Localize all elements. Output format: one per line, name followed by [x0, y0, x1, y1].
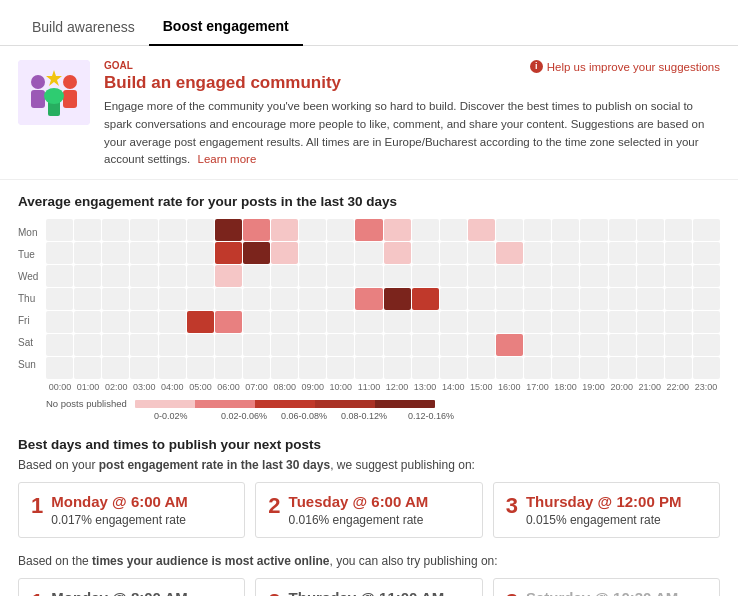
- heatmap-cell: [468, 311, 495, 333]
- day-wed: Wed: [18, 265, 46, 287]
- heatmap-cell: [384, 242, 411, 264]
- card-num-3: 3: [506, 493, 518, 519]
- heatmap-cell: [271, 219, 298, 241]
- heatmap-cell: [496, 265, 523, 287]
- tab-boost-engagement[interactable]: Boost engagement: [149, 10, 303, 46]
- heatmap-cell: [159, 219, 186, 241]
- learn-more-link[interactable]: Learn more: [198, 153, 257, 165]
- heatmap-cell: [496, 357, 523, 379]
- heatmap-cell: [102, 265, 129, 287]
- heatmap-cell: [46, 288, 73, 310]
- engagement-card-3: 3 Thursday @ 12:00 PM 0.015% engagement …: [493, 482, 720, 538]
- heatmap-cell: [243, 242, 270, 264]
- heatmap-cell: [159, 334, 186, 356]
- heatmap-cell: [524, 311, 551, 333]
- heatmap-cell: [355, 265, 382, 287]
- heatmap-cell: [130, 357, 157, 379]
- heatmap-cell: [693, 357, 720, 379]
- heatmap-cell: [243, 219, 270, 241]
- audience-time-1: Monday @ 8:00 AM: [51, 589, 188, 596]
- heatmap-cell: [271, 311, 298, 333]
- heatmap-cell: [440, 288, 467, 310]
- heatmap-cell: [580, 334, 607, 356]
- heatmap-cell: [693, 265, 720, 287]
- card-rate-3: 0.015% engagement rate: [526, 513, 682, 527]
- engagement-cards: 1 Monday @ 6:00 AM 0.017% engagement rat…: [18, 482, 720, 538]
- heatmap-cell: [609, 219, 636, 241]
- heatmap-cell: [130, 242, 157, 264]
- heatmap-cell: [552, 288, 579, 310]
- heatmap-cell: [665, 265, 692, 287]
- heatmap-cell: [271, 288, 298, 310]
- heatmap-cell: [74, 311, 101, 333]
- heatmap-cell: [327, 288, 354, 310]
- heatmap-cell: [524, 242, 551, 264]
- audience-num-3: 3: [506, 589, 518, 596]
- heatmap-cell: [412, 334, 439, 356]
- heatmap-cell: [299, 357, 326, 379]
- day-sat: Sat: [18, 331, 46, 353]
- heatmap-cell: [524, 288, 551, 310]
- heatmap-cell: [693, 334, 720, 356]
- heatmap-cell: [130, 334, 157, 356]
- heatmap-cell: [102, 311, 129, 333]
- svg-rect-2: [31, 90, 45, 108]
- heatmap-cell: [159, 288, 186, 310]
- heatmap-cell: [665, 242, 692, 264]
- engagement-desc: Based on your post engagement rate in th…: [18, 458, 720, 472]
- heatmap-cell: [159, 242, 186, 264]
- heatmap-cell: [130, 288, 157, 310]
- heatmap-cell: [440, 311, 467, 333]
- heatmap-cell: [496, 334, 523, 356]
- goal-description: Engage more of the community you've been…: [104, 98, 720, 169]
- heatmap-cell: [187, 334, 214, 356]
- heatmap-cell: [74, 242, 101, 264]
- heatmap-cell: [609, 357, 636, 379]
- heatmap-cell: [468, 219, 495, 241]
- heatmap-cell: [496, 288, 523, 310]
- help-improve-link[interactable]: i Help us improve your suggestions: [530, 60, 720, 73]
- heatmap-cell: [412, 265, 439, 287]
- heatmap-cell: [187, 288, 214, 310]
- heatmap-cell: [609, 265, 636, 287]
- heatmap-cell: [215, 265, 242, 287]
- best-days-section: Best days and times to publish your next…: [0, 425, 738, 596]
- heatmap-cell: [187, 265, 214, 287]
- heatmap-cell: [74, 265, 101, 287]
- heatmap-cell: [384, 357, 411, 379]
- audience-time-3: Saturday @ 10:30 AM: [526, 589, 678, 596]
- heatmap-cell: [609, 242, 636, 264]
- heatmap-cell: [580, 311, 607, 333]
- heatmap-cell: [693, 311, 720, 333]
- heatmap-cell: [271, 334, 298, 356]
- day-labels: Mon Tue Wed Thu Fri Sat Sun: [18, 219, 46, 392]
- heatmap-cell: [299, 242, 326, 264]
- heatmap-cell: [215, 357, 242, 379]
- heatmap-cell: [74, 219, 101, 241]
- heatmap-cell: [580, 219, 607, 241]
- heatmap-cell: [74, 357, 101, 379]
- heatmap-cell: [637, 357, 664, 379]
- heatmap-cell: [355, 311, 382, 333]
- heatmap-cell: [243, 265, 270, 287]
- heatmap-cell: [355, 219, 382, 241]
- heatmap-cell: [412, 288, 439, 310]
- header-tabs: Build awareness Boost engagement: [0, 0, 738, 46]
- heatmap-cell: [524, 265, 551, 287]
- heatmap-cell: [693, 219, 720, 241]
- tab-build-awareness[interactable]: Build awareness: [18, 11, 149, 45]
- heatmap-cell: [130, 311, 157, 333]
- heatmap-cell: [187, 219, 214, 241]
- audience-card-2: 2 Thursday @ 11:00 AM: [255, 578, 482, 596]
- heatmap-cell: [215, 311, 242, 333]
- legend-no-posts: No posts published: [46, 398, 127, 409]
- day-tue: Tue: [18, 243, 46, 265]
- heatmap-cell: [102, 357, 129, 379]
- heatmap-cell: [46, 219, 73, 241]
- heatmap-cell: [243, 288, 270, 310]
- heatmap-cell: [609, 311, 636, 333]
- goal-title: Build an engaged community: [104, 73, 720, 93]
- heatmap-cell: [440, 242, 467, 264]
- heatmap-cell: [440, 219, 467, 241]
- heatmap-cell: [609, 334, 636, 356]
